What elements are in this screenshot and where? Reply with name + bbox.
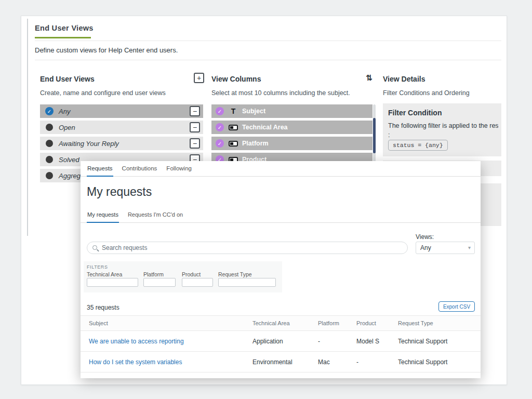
filters-section-label: FILTERS — [87, 264, 108, 270]
chevron-down-icon: ▾ — [468, 242, 471, 254]
filter-label-technical-area: Technical Area — [87, 271, 122, 277]
search-requests-input[interactable] — [102, 243, 403, 253]
columns-scrollbar-thumb[interactable] — [373, 118, 376, 153]
column-check-icon: ✓ — [216, 139, 224, 148]
table-row: We are unable to access reporting Applic… — [81, 331, 481, 352]
filter-condition-description: The following filter is applied to the r… — [388, 121, 498, 140]
view-item-label: Any — [59, 108, 70, 115]
column-item-platform[interactable]: ✓ Platform — [211, 137, 373, 150]
title-underline — [35, 37, 91, 38]
left-rule — [27, 19, 28, 236]
columns-scrollbar-track — [373, 104, 376, 167]
filter-label-request-type: Request Type — [218, 271, 252, 277]
filter-condition-line2: : — [388, 131, 390, 139]
page-background: End User Views Define custom views for H… — [0, 0, 532, 399]
filter-input-product[interactable] — [182, 278, 213, 287]
plus-icon: + — [197, 74, 201, 82]
tab-requests[interactable]: Requests — [87, 161, 113, 177]
views-panel-subtitle: Create, name and configure end user view… — [40, 89, 166, 97]
selected-check-icon: ✓ — [45, 107, 54, 115]
modal-subtab-bar: My requests Requests I'm CC'd on — [81, 208, 481, 223]
cell-platform: Mac — [318, 358, 356, 366]
filter-condition-chip: status = {any} — [388, 140, 448, 151]
views-dropdown[interactable]: Any ▾ — [416, 242, 475, 254]
remove-view-button[interactable]: − — [190, 138, 200, 149]
help-center-preview-modal: Requests Contributions Following My requ… — [81, 161, 481, 378]
unselected-radio-icon — [46, 124, 53, 131]
view-item-label: Solved — [59, 156, 79, 164]
minus-icon: − — [193, 107, 197, 115]
page-title: End User Views — [35, 24, 94, 32]
text-type-icon: T — [229, 107, 238, 115]
cell-platform: - — [318, 338, 356, 345]
view-item-label: Awaiting Your Reply — [59, 140, 119, 148]
remove-view-button[interactable]: − — [190, 106, 200, 116]
columns-list: ✓ T Subject ✓ Technical Area ✓ Platform … — [211, 104, 373, 169]
request-count: 35 requests — [87, 304, 119, 311]
header-subject: Subject — [81, 320, 252, 326]
header-technical-area: Technical Area — [252, 320, 318, 326]
add-view-button[interactable]: + — [194, 73, 204, 83]
sort-icon[interactable]: ⇅ — [366, 73, 373, 83]
filter-input-platform[interactable] — [143, 278, 176, 287]
column-item-technical-area[interactable]: ✓ Technical Area — [211, 121, 373, 134]
filter-label-product: Product — [182, 271, 201, 277]
view-item-label: Open — [59, 124, 75, 131]
header-request-type: Request Type — [398, 320, 481, 326]
tab-following[interactable]: Following — [166, 161, 192, 177]
divider — [35, 60, 501, 60]
search-icon — [92, 245, 97, 250]
minus-icon: − — [193, 139, 197, 148]
field-type-icon — [229, 125, 238, 130]
header-platform: Platform — [318, 320, 356, 326]
cell-product: Model S — [356, 338, 398, 345]
header-product: Product — [356, 320, 398, 326]
column-check-icon: ✓ — [216, 123, 224, 131]
filter-condition-panel: Filter Condition The following filter is… — [383, 103, 501, 156]
check-glyph: ✓ — [47, 109, 51, 114]
field-type-icon — [229, 141, 238, 147]
cell-technical-area: Application — [252, 338, 318, 345]
cell-request-type: Technical Support — [398, 338, 481, 345]
page-description: Define custom views for Help Center end … — [35, 46, 178, 54]
cell-technical-area: Environmental — [252, 358, 318, 366]
column-item-label: Technical Area — [242, 124, 288, 131]
minus-icon: − — [193, 123, 197, 131]
unselected-radio-icon — [46, 156, 53, 163]
filter-input-request-type[interactable] — [218, 278, 276, 287]
columns-panel-title: View Columns — [211, 75, 261, 83]
request-subject-link[interactable]: How do I set the system variables — [81, 358, 252, 366]
check-glyph: ✓ — [218, 141, 222, 147]
cell-request-type: Technical Support — [398, 358, 481, 366]
views-dropdown-value: Any — [420, 242, 431, 254]
search-requests-field — [87, 242, 408, 254]
column-item-label: Platform — [242, 140, 269, 147]
view-item-any[interactable]: ✓ Any − — [40, 104, 203, 118]
requests-table-header: Subject Technical Area Platform Product … — [81, 315, 481, 331]
export-csv-button[interactable]: Export CSV — [438, 301, 475, 312]
unselected-radio-icon — [46, 140, 53, 147]
subtab-my-requests[interactable]: My requests — [87, 211, 119, 223]
table-row: How do I set the system variables Enviro… — [81, 352, 481, 373]
unselected-radio-icon — [46, 172, 53, 179]
view-item-open[interactable]: Open − — [40, 121, 203, 134]
views-dropdown-label: Views: — [416, 233, 434, 241]
filter-label-platform: Platform — [143, 271, 164, 277]
columns-panel-subtitle: Select at most 10 columns including the … — [211, 89, 350, 97]
requests-table: Subject Technical Area Platform Product … — [81, 315, 481, 373]
filter-condition-line1: The following filter is applied to the r… — [388, 122, 498, 129]
subtab-requests-ccd-on[interactable]: Requests I'm CC'd on — [127, 211, 183, 223]
filter-input-technical-area[interactable] — [87, 278, 138, 287]
column-item-subject[interactable]: ✓ T Subject — [211, 104, 373, 118]
remove-view-button[interactable]: − — [190, 122, 200, 132]
divider — [35, 41, 501, 41]
request-subject-link[interactable]: We are unable to access reporting — [81, 338, 252, 345]
view-item-awaiting-your-reply[interactable]: Awaiting Your Reply − — [40, 137, 203, 150]
modal-heading: My requests — [87, 185, 152, 199]
views-panel-title: End User Views — [40, 75, 95, 83]
column-check-icon: ✓ — [216, 107, 224, 115]
modal-tab-bar: Requests Contributions Following — [81, 161, 481, 177]
details-panel-title: View Details — [383, 75, 425, 83]
check-glyph: ✓ — [218, 125, 222, 130]
tab-contributions[interactable]: Contributions — [122, 161, 158, 177]
